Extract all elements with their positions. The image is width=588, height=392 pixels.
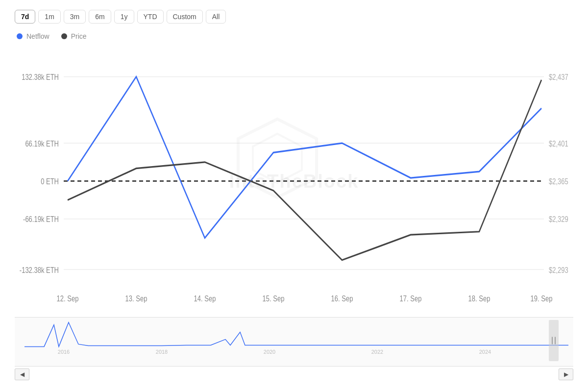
svg-text:$2,401: $2,401 [549,139,568,148]
svg-text:19. Sep: 19. Sep [531,294,553,303]
main-chart-svg: 132.38k ETH 66.19k ETH 0 ETH -66.19k ETH… [15,45,573,317]
nav-prev-button[interactable]: ◀ [15,368,29,380]
time-btn-3m[interactable]: 3m [64,10,86,24]
svg-text:$2,365: $2,365 [549,176,568,186]
chart-nav-row: ◀ ▶ [15,367,573,382]
time-btn-7d[interactable]: 7d [15,10,35,24]
svg-text:2018: 2018 [156,349,168,355]
main-chart-container: IntoTheBlock 132.38k ETH 66.19k ETH 0 ET… [15,45,573,318]
svg-text:14. Sep: 14. Sep [194,294,216,303]
netflow-legend-dot [17,33,23,39]
legend-netflow: Netflow [17,32,49,40]
svg-text:0 ETH: 0 ETH [41,176,59,186]
svg-text:2024: 2024 [479,349,491,355]
time-range-selector: 7d 1m 3m 6m 1y YTD Custom All [15,10,573,24]
svg-text:2020: 2020 [264,349,275,355]
mini-chart-svg: 2016 2018 2020 2022 2024 [15,318,573,366]
svg-text:66.19k ETH: 66.19k ETH [25,139,59,148]
time-btn-all[interactable]: All [206,10,226,24]
time-btn-1m[interactable]: 1m [38,10,60,24]
svg-text:2022: 2022 [371,349,383,355]
svg-rect-33 [549,320,559,361]
svg-text:132.38k ETH: 132.38k ETH [22,72,59,81]
svg-rect-27 [15,318,573,366]
mini-chart-container[interactable]: 2016 2018 2020 2022 2024 [15,318,573,367]
svg-text:13. Sep: 13. Sep [125,294,147,303]
time-btn-ytd[interactable]: YTD [137,10,164,24]
svg-text:$2,293: $2,293 [549,265,568,274]
svg-text:15. Sep: 15. Sep [263,294,285,303]
svg-text:12. Sep: 12. Sep [57,294,79,303]
svg-text:-132.38k ETH: -132.38k ETH [20,265,59,274]
time-btn-custom[interactable]: Custom [167,10,203,24]
svg-text:18. Sep: 18. Sep [468,294,490,303]
legend-price: Price [61,32,87,40]
chart-legend: Netflow Price [17,32,573,40]
price-label: Price [71,32,87,40]
svg-text:16. Sep: 16. Sep [331,294,353,303]
time-btn-6m[interactable]: 6m [89,10,111,24]
netflow-label: Netflow [26,32,49,40]
svg-text:$2,329: $2,329 [549,215,568,224]
chart-wrapper: IntoTheBlock 132.38k ETH 66.19k ETH 0 ET… [15,45,573,382]
svg-text:-66.19k ETH: -66.19k ETH [23,215,59,224]
svg-text:$2,437: $2,437 [549,72,568,81]
time-btn-1y[interactable]: 1y [114,10,134,24]
nav-next-button[interactable]: ▶ [559,368,573,380]
svg-text:17. Sep: 17. Sep [400,294,422,303]
svg-text:2016: 2016 [58,349,70,355]
price-legend-dot [61,33,67,39]
